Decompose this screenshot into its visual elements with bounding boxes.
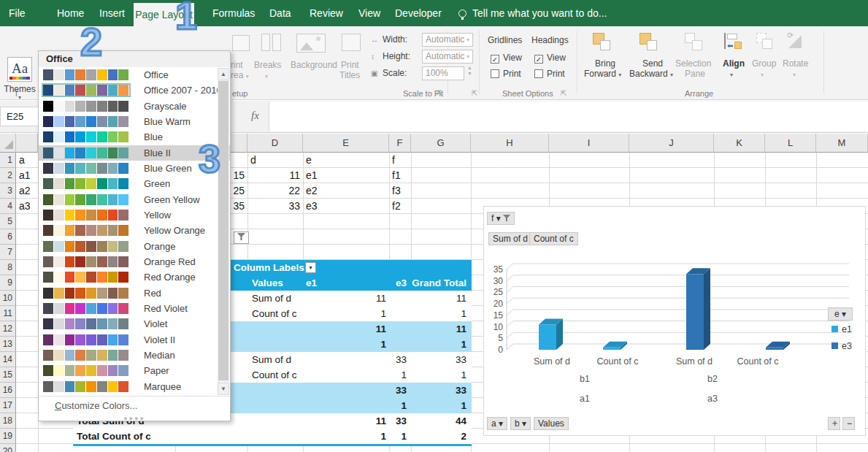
gridlines-view-checkbox[interactable]: ✓View — [491, 53, 522, 64]
chart-legend-field-button[interactable]: e ▾ — [828, 307, 853, 321]
row-header-6[interactable]: 6 — [0, 229, 16, 245]
chart-zoom-out-button[interactable]: − — [842, 417, 855, 430]
menu-item-red-orange[interactable]: Red Orange — [39, 269, 230, 285]
tab-review[interactable]: Review — [310, 0, 343, 26]
menu-scrollbar[interactable]: ▲ ▼ — [218, 68, 229, 395]
tab-view[interactable]: View — [358, 0, 380, 26]
row-header-14[interactable]: 14 — [0, 352, 16, 367]
menu-item-yellow-orange[interactable]: Yellow Orange — [39, 223, 230, 238]
grid-cell-E2[interactable]: e1 — [303, 168, 389, 183]
grid-cell-D2[interactable]: 11 — [247, 168, 303, 183]
tab-file[interactable]: File — [9, 0, 26, 26]
grid-cell-A2[interactable]: a1 — [16, 168, 38, 183]
grid-cell-D4[interactable]: 33 — [247, 199, 303, 214]
row-header-2[interactable]: 2 — [0, 168, 16, 183]
menu-item-red[interactable]: Red — [39, 286, 230, 301]
scroll-down-icon[interactable]: ▼ — [218, 383, 229, 395]
row-header-17[interactable]: 17 — [0, 398, 16, 413]
column-header-K[interactable]: K — [714, 134, 765, 153]
row-header-12[interactable]: 12 — [0, 321, 16, 337]
row-header-1[interactable]: 1 — [0, 153, 16, 168]
sheet-options-dialog-launcher[interactable]: ⇱ — [561, 89, 566, 97]
row-header-7[interactable]: 7 — [0, 245, 16, 260]
scale-input[interactable]: 100% — [422, 66, 464, 80]
headings-view-checkbox[interactable]: ✓View — [534, 53, 566, 64]
customize-colors-item[interactable]: Customize Colors... — [39, 396, 230, 414]
tell-me-box[interactable]: Tell me what you want to do... — [458, 0, 607, 26]
menu-item-paper[interactable]: Paper — [39, 363, 230, 378]
pivot-chart[interactable]: 05101520253035Sum of dCount of cSum of d… — [483, 206, 866, 436]
grid-cell-A1[interactable]: a — [16, 153, 38, 168]
menu-item-violet[interactable]: Violet — [39, 316, 230, 332]
background-button[interactable]: Background — [291, 60, 337, 70]
row-header-16[interactable]: 16 — [0, 383, 16, 398]
column-header-J[interactable]: J — [629, 134, 714, 153]
grid-cell-F2[interactable]: f1 — [389, 168, 411, 183]
menu-item-median[interactable]: Median — [39, 348, 230, 363]
column-header-F[interactable]: F — [389, 134, 411, 153]
print-area-button[interactable]: rint — [231, 60, 243, 70]
row-header-4[interactable]: 4 — [0, 199, 16, 214]
column-header-D[interactable]: D — [247, 134, 303, 153]
tab-data[interactable]: Data — [269, 0, 291, 26]
themes-button[interactable]: Aa Themes ▾ — [4, 57, 36, 107]
grid-cell-D3[interactable]: 22 — [247, 183, 303, 199]
menu-item-grayscale[interactable]: Grayscale — [39, 99, 230, 114]
cell-filter-icon[interactable] — [234, 231, 249, 244]
grid-cell-F1[interactable]: f — [389, 153, 411, 168]
grid-cell-E1[interactable]: e — [303, 153, 389, 168]
chart-zoom-in-button[interactable]: + — [828, 417, 840, 430]
row-header-3[interactable]: 3 — [0, 183, 16, 199]
column-header-H[interactable]: H — [471, 134, 549, 153]
grid-cell-E3[interactable]: e2 — [303, 183, 389, 199]
row-header-19[interactable]: 19 — [0, 429, 16, 444]
scroll-up-icon[interactable]: ▲ — [218, 68, 229, 80]
grid-cell-D1[interactable]: d — [247, 153, 303, 168]
row-header-20[interactable]: 20 — [0, 444, 16, 452]
grid-cell-A4[interactable]: a3 — [16, 199, 38, 214]
chart-field-button-count-of-c[interactable]: Count of c — [529, 232, 578, 245]
column-header-M[interactable]: M — [816, 134, 868, 153]
column-header-G[interactable]: G — [411, 134, 471, 153]
column-header-0[interactable] — [16, 134, 38, 153]
grid-cell-E4[interactable]: e3 — [303, 199, 389, 214]
menu-item-orange[interactable]: Orange — [39, 239, 230, 254]
menu-item-marquee[interactable]: Marquee — [39, 379, 230, 394]
row-header-11[interactable]: 11 — [0, 306, 16, 321]
menu-item-green-yellow[interactable]: Green Yellow — [39, 192, 230, 207]
chart-axis-field-button-a[interactable]: a ▾ — [487, 417, 507, 430]
menu-item-office-2007-2010[interactable]: Office 2007 - 2010 — [39, 83, 230, 98]
fx-icon[interactable]: fx — [251, 110, 259, 122]
menu-item-orange-red[interactable]: Orange Red — [39, 254, 230, 269]
column-header-L[interactable]: L — [765, 134, 816, 153]
row-header-13[interactable]: 13 — [0, 337, 16, 352]
grid-cell-F3[interactable]: f3 — [389, 183, 411, 199]
grid-cell-A3[interactable]: a2 — [16, 183, 38, 199]
headings-print-checkbox[interactable]: Print — [534, 69, 565, 79]
scale-spinner[interactable]: ▲▼ — [467, 65, 472, 77]
scale-width-select[interactable]: Automatic▾ — [422, 33, 473, 47]
row-header-15[interactable]: 15 — [0, 367, 16, 383]
row-header-9[interactable]: 9 — [0, 275, 16, 291]
select-all-corner[interactable] — [0, 134, 16, 153]
menu-item-red-violet[interactable]: Red Violet — [39, 301, 230, 316]
name-box[interactable]: E25 — [0, 107, 41, 126]
tab-insert[interactable]: Insert — [99, 0, 125, 26]
scrollbar-thumb[interactable] — [218, 81, 228, 380]
menu-item-violet-ii[interactable]: Violet II — [39, 332, 230, 348]
tab-formulas[interactable]: Formulas — [212, 0, 255, 26]
chart-filter-field-button[interactable]: f ▾ — [487, 212, 515, 225]
formula-input[interactable] — [269, 101, 868, 131]
row-header-5[interactable]: 5 — [0, 214, 16, 229]
menu-item-blue-warm[interactable]: Blue Warm — [39, 114, 230, 129]
chart-axis-field-button-b[interactable]: b ▾ — [510, 417, 531, 430]
column-header-I[interactable]: I — [549, 134, 629, 153]
gridlines-print-checkbox[interactable]: Print — [491, 69, 521, 79]
chart-axis-field-button-values[interactable]: Values — [534, 417, 569, 430]
row-header-18[interactable]: 18 — [0, 413, 16, 429]
grid-cell-F4[interactable]: f2 — [389, 199, 411, 214]
menu-item-yellow[interactable]: Yellow — [39, 207, 230, 223]
row-header-10[interactable]: 10 — [0, 291, 16, 306]
scale-height-select[interactable]: Automatic▾ — [422, 50, 473, 64]
menu-item-office[interactable]: Office — [39, 67, 230, 83]
